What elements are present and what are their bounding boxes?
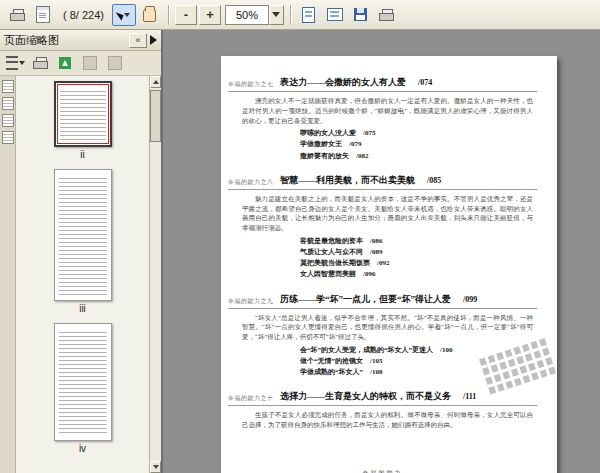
toc-item: 容貌是最危险的资本/086 — [300, 236, 537, 247]
scroll-up-icon — [153, 80, 159, 84]
page-thumbnail[interactable] — [54, 323, 112, 441]
select-tool-button[interactable] — [112, 4, 136, 26]
item-page-number: /092 — [377, 259, 389, 267]
toc-item: 气质让女人与众不同/089 — [300, 247, 537, 258]
print-button[interactable] — [5, 4, 29, 26]
zoom-out-button[interactable]: - — [175, 5, 197, 25]
rotate-right-button[interactable] — [105, 54, 125, 73]
scroll-up-button[interactable] — [150, 76, 161, 88]
tab-comments[interactable] — [2, 131, 14, 144]
list-icon — [6, 56, 18, 70]
thumbnail-options-button[interactable] — [5, 54, 25, 73]
section-title: 选择力——生育是女人的特权，而不是义务 — [280, 391, 451, 401]
chevron-down-icon — [272, 12, 280, 17]
scrollbar-track[interactable] — [150, 88, 161, 461]
item-page-number: /086 — [370, 237, 382, 245]
fit-page-icon — [302, 7, 315, 23]
toc-item: 撒娇要有的放矢/082 — [300, 151, 537, 162]
pdf-page: 幸福的能力之七 表达力——会撒娇的女人有人爱 /074 漂亮的女人不一定就能获得… — [221, 56, 557, 473]
rotate-right-icon — [108, 56, 122, 70]
pdf-reader-window: ( 8/ 224) - + 50% — [0, 0, 600, 473]
page-thumbnails-button[interactable] — [31, 4, 55, 26]
item-page-number: /089 — [370, 248, 382, 256]
panel-body: ii iii iv — [0, 76, 161, 473]
item-page-number: /096 — [363, 270, 375, 278]
view-rectangle — [57, 84, 109, 144]
export-pages-button[interactable] — [55, 54, 75, 73]
scroll-down-icon — [153, 465, 159, 469]
page-thumbnail[interactable] — [54, 169, 112, 301]
tab-bookmarks[interactable] — [2, 80, 14, 93]
section-summary: 生孩子不是女人必须完成的任务，而是女人的权利。做不做母亲、何时做母亲，女人完全可… — [242, 410, 533, 430]
tab-layers[interactable] — [2, 114, 14, 127]
page-indicator[interactable]: ( 8/ 224) — [57, 9, 110, 21]
workspace: 页面缩略图 « — [0, 30, 600, 473]
section-title: 智慧——利用美貌，而不出卖美貌 — [280, 175, 415, 185]
page-thumbnail[interactable] — [54, 81, 112, 147]
print-document-button[interactable] — [375, 4, 399, 26]
section-page-number: /111 — [463, 392, 476, 401]
chevron-down-icon — [19, 61, 25, 65]
toc-section: 幸福的能力之七 表达力——会撒娇的女人有人爱 /074 漂亮的女人不一定就能获得… — [228, 71, 537, 162]
section-label: 幸福的能力之十 — [228, 394, 280, 403]
print-thumbnails-button[interactable] — [30, 54, 50, 73]
toolbar-separator — [290, 5, 291, 25]
printer-icon — [379, 9, 394, 21]
section-page-number: /099 — [463, 295, 477, 304]
panel-header: 页面缩略图 « — [0, 30, 161, 51]
section-label: 幸福的能力之九 — [228, 297, 280, 306]
panel-toolbar — [0, 51, 161, 76]
section-title: 表达力——会撒娇的女人有人爱 — [280, 77, 406, 87]
thumbnail-list: ii iii iv — [16, 76, 149, 473]
rotate-left-icon — [83, 56, 97, 70]
thumbnail-label: iii — [79, 303, 86, 314]
toc-item: 莫把美貌当做长期饭票/092 — [300, 258, 537, 269]
document-view[interactable]: 幸福的能力之七 表达力——会撒娇的女人有人爱 /074 漂亮的女人不一定就能获得… — [163, 30, 600, 473]
fit-width-icon — [327, 8, 343, 21]
toc-section: 幸福的能力之八 智慧——利用美貌，而不出卖美貌 /085 魅力是建立在美貌之上的… — [228, 169, 537, 281]
section-label: 幸福的能力之八 — [228, 178, 280, 187]
floppy-disk-icon — [354, 8, 367, 21]
item-page-number: /100 — [440, 346, 452, 354]
item-page-number: /079 — [349, 140, 361, 148]
item-page-number: /082 — [356, 152, 368, 160]
hand-icon — [143, 8, 156, 22]
thumbnail-label: iv — [79, 443, 86, 454]
tab-pages[interactable] — [2, 97, 14, 110]
section-title: 历练——学“坏”一点儿，但要“坏”得让人爱 — [280, 294, 451, 304]
main-toolbar: ( 8/ 224) - + 50% — [0, 0, 600, 30]
fit-page-button[interactable] — [297, 4, 321, 26]
section-summary: 魅力是建立在美貌之上的，而美貌是女人的资本，这是不争的事实。不管男人是优秀之辈，… — [242, 194, 533, 233]
thumbnail-scrollbar[interactable] — [149, 76, 161, 473]
thumbnail-label: ii — [80, 149, 84, 160]
zoom-combobox[interactable]: 50% — [225, 5, 284, 25]
item-page-number: /105 — [370, 357, 382, 365]
document-icon — [36, 6, 50, 23]
zoom-dropdown-button[interactable] — [269, 5, 284, 25]
footer-book-title: 幸福的能力 — [228, 469, 537, 473]
save-button[interactable] — [349, 4, 373, 26]
scroll-down-button[interactable] — [150, 461, 161, 473]
scrollbar-thumb[interactable] — [150, 90, 161, 142]
green-arrow-icon — [59, 57, 71, 69]
panel-title: 页面缩略图 — [4, 33, 126, 48]
toc-item: 啰嗦的女人没人爱/075 — [300, 128, 537, 139]
collapse-panel-button[interactable]: « — [129, 33, 147, 48]
toolbar-separator — [168, 5, 169, 25]
page-footer: 幸福的能力 006 — [228, 469, 537, 473]
item-page-number: /075 — [363, 129, 375, 137]
rotate-left-button[interactable] — [80, 54, 100, 73]
fit-width-button[interactable] — [323, 4, 347, 26]
toc-item: 女人因智慧而美丽/096 — [300, 269, 537, 280]
section-summary: 漂亮的女人不一定就能获得真爱，但会撒娇的女人一定是有人爱的。撒娇是女人的一种天性… — [242, 96, 533, 125]
item-page-number: /108 — [370, 368, 382, 376]
hide-panel-arrow-icon[interactable] — [150, 35, 157, 45]
section-label: 幸福的能力之七 — [228, 80, 280, 89]
thumbnails-panel: 页面缩略图 « — [0, 30, 163, 473]
hand-tool-button[interactable] — [138, 4, 162, 26]
navigation-tabstrip — [0, 76, 16, 473]
zoom-in-button[interactable]: + — [199, 5, 221, 25]
printer-icon — [33, 57, 48, 69]
zoom-value[interactable]: 50% — [225, 5, 269, 25]
section-page-number: /085 — [427, 176, 441, 185]
